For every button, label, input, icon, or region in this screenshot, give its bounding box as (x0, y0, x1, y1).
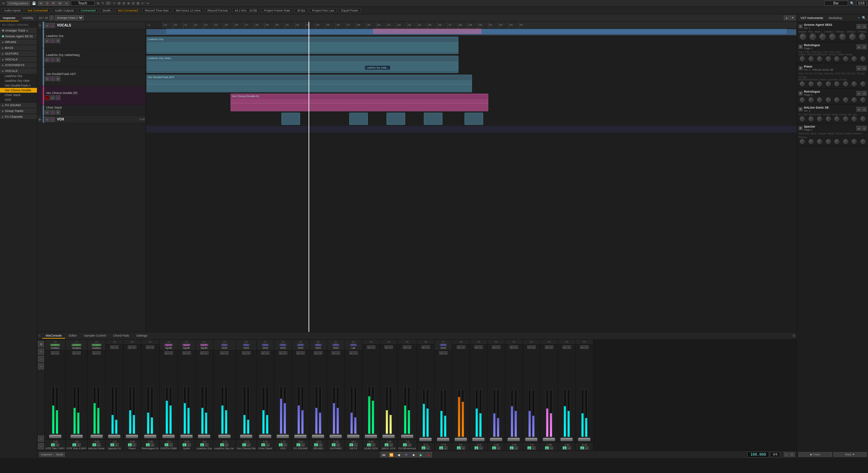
ch-fader-knob-18[interactable] (91, 435, 103, 438)
loop-btn[interactable]: ⟳ (403, 452, 410, 457)
ch-w-btn-20[interactable]: W (132, 443, 136, 447)
ch-w-btn-44[interactable]: W (567, 446, 571, 450)
record-btn[interactable]: ● (425, 452, 432, 457)
ch-w-btn-41[interactable]: W (514, 446, 518, 450)
ch-m-41[interactable]: M (510, 345, 514, 349)
ch-m-24[interactable]: M (200, 351, 204, 355)
ch-w-btn-22[interactable]: W (169, 443, 173, 447)
ch-s-19[interactable]: S (115, 345, 119, 349)
ch-fader-31[interactable] (327, 355, 344, 439)
track-row-leadvoc[interactable]: LeadVoc Dry M S R (37, 29, 145, 48)
ch-w-btn-23[interactable]: W (187, 443, 191, 447)
retrologue1-power[interactable]: ● (856, 44, 861, 49)
undo-icon[interactable]: ↩ (141, 1, 145, 5)
sp-knob-4[interactable] (826, 139, 831, 144)
inspector-item-voc-double[interactable]: Voc DoubleTrack A (0, 83, 37, 88)
vocals-expand[interactable]: ▼ (37, 24, 43, 27)
split-tool[interactable]: ⊟ (131, 1, 135, 5)
ch-fader-knob-29[interactable] (294, 435, 307, 438)
ch-fader-knob-24[interactable] (198, 435, 210, 438)
retrologue2-power[interactable]: ● (856, 91, 861, 96)
ch-fader-17[interactable] (66, 355, 87, 439)
synthkeys-header[interactable]: ▶ SYNTH/KEYS (0, 62, 37, 68)
ch-r-btn-34[interactable]: R (384, 443, 389, 447)
ch-fader-22[interactable] (160, 355, 177, 439)
ch-fader-knob-23[interactable] (180, 435, 193, 438)
r1-knob-5[interactable] (834, 56, 839, 61)
track-view-up[interactable]: ▲ (784, 16, 789, 20)
ch-r-btn-20[interactable]: R (128, 443, 132, 447)
ch-s-42[interactable]: S (532, 345, 536, 349)
ch-fader-42[interactable] (523, 349, 540, 442)
tab-inspector[interactable]: Inspector (0, 14, 19, 21)
bass-header[interactable]: ▶ BASS (0, 45, 37, 51)
arr-voc-double-row[interactable]: Voc DoubleTrack ADT (146, 74, 797, 93)
mixer-insert-btn[interactable]: + (38, 363, 44, 370)
ch-s-36[interactable]: S (426, 345, 430, 349)
ch-m-26[interactable]: M (242, 351, 246, 355)
ch-fader-24[interactable] (196, 355, 213, 439)
mixer-menu-icon[interactable]: ≡ (39, 334, 41, 338)
ch-fader-knob-39[interactable] (472, 438, 485, 441)
ch-w-btn-28[interactable]: W (283, 443, 287, 447)
groove-power[interactable]: ● (856, 24, 861, 29)
mediabay-tab[interactable]: MediaBay (827, 16, 844, 20)
ch-s-23[interactable]: S (187, 351, 191, 355)
ch-r-btn-32[interactable]: R (349, 443, 353, 447)
ch-w-btn-26[interactable]: W (246, 443, 251, 447)
p-knob-5[interactable] (834, 81, 839, 86)
sp-knob-5[interactable] (834, 139, 839, 144)
voc-chorus-region-2[interactable] (231, 103, 488, 111)
ch-fader-19[interactable] (106, 349, 123, 439)
ch-r-btn-42[interactable]: R (527, 446, 531, 450)
groove-edit[interactable]: e (862, 24, 867, 29)
ch-r-btn-30[interactable]: R (314, 443, 318, 447)
arr-leadvoc-uber-row[interactable]: LeadVoc Dry Uebe... LeadVoc Dry Uebe... (146, 55, 797, 74)
ch-r-btn-40[interactable]: R (492, 446, 496, 450)
p-knob-2[interactable] (809, 81, 813, 86)
ch-s-25[interactable]: S (224, 351, 229, 355)
ch-fader-30[interactable] (310, 355, 327, 439)
r2-knob-1[interactable] (800, 97, 805, 102)
arrangement-view[interactable]: 19 1920212223242526272829303132333435363… (146, 22, 797, 332)
ch-r-btn-21[interactable]: R (146, 443, 150, 447)
mode-w[interactable]: W (57, 1, 63, 6)
p-knob-8[interactable] (861, 81, 865, 86)
ch-fader-16[interactable] (45, 355, 65, 439)
ch-w-btn-45[interactable]: W (585, 446, 589, 450)
ch-fader-knob-42[interactable] (525, 438, 537, 441)
stop-btn[interactable]: ■ (410, 452, 417, 457)
rewind-btn[interactable]: ◀ (395, 452, 402, 457)
groove-knob-2[interactable] (810, 34, 816, 40)
ch-m-29[interactable]: M (296, 351, 300, 355)
voc-chorus-mute[interactable]: M (50, 95, 55, 100)
mode-s[interactable]: S (45, 1, 50, 6)
p-knob-1[interactable] (800, 81, 805, 86)
ch-m-18[interactable]: M (92, 351, 96, 355)
ch-m-25[interactable]: M (220, 351, 224, 355)
r1-knob-2[interactable] (809, 56, 813, 61)
leadvoc-uber-solo[interactable]: S (50, 57, 55, 62)
fx-channels-header[interactable]: ▶ FX Channels (0, 114, 37, 119)
ch-w-btn-38[interactable]: W (461, 446, 465, 450)
ch-w-btn-35[interactable]: W (407, 443, 411, 447)
vox-solo[interactable]: S (50, 117, 55, 122)
ch-r-btn-27[interactable]: R (261, 443, 265, 447)
groove-knob-7[interactable] (859, 34, 865, 40)
h-knob-2[interactable] (809, 116, 813, 121)
ch-r-btn-16[interactable]: R (51, 443, 55, 447)
halion-power[interactable]: ● (856, 107, 861, 112)
track-row-vox-group[interactable]: ▶ M S VOX 0.00 (37, 116, 145, 123)
save-icon[interactable]: 💾 (31, 1, 37, 5)
spector-edit[interactable]: e (862, 126, 867, 131)
group-header[interactable]: ▶ Group Tracks (0, 108, 37, 114)
tab-visibility[interactable]: Visibility (19, 14, 37, 21)
ch-m-36[interactable]: M (421, 345, 426, 349)
vocals-mute[interactable]: M (45, 23, 50, 28)
mode-m[interactable]: M (38, 1, 44, 6)
ch-fader-34[interactable] (380, 349, 397, 439)
retrologue2-edit[interactable]: e (862, 91, 867, 96)
r2-knob-3[interactable] (817, 97, 822, 102)
sp-knob-6[interactable] (843, 139, 848, 144)
ch-r-btn-26[interactable]: R (242, 443, 246, 447)
